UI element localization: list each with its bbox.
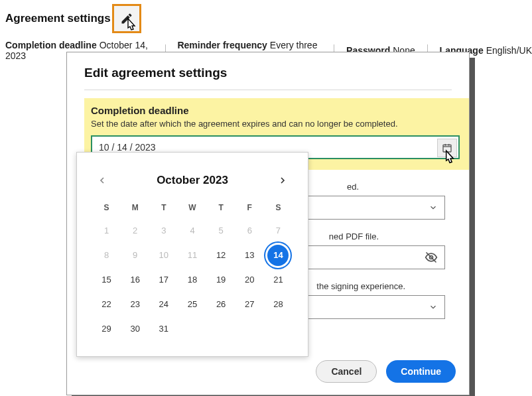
calendar-day[interactable]: 30 bbox=[121, 317, 149, 340]
prev-month-button[interactable] bbox=[93, 171, 111, 190]
calendar-dow: S bbox=[265, 199, 292, 219]
modal-title: Edit agreement settings bbox=[84, 66, 452, 80]
calendar-day[interactable]: 12 bbox=[208, 243, 235, 267]
calendar-day: 3 bbox=[150, 219, 177, 242]
calendar-dow: F bbox=[236, 199, 263, 219]
summary-language-value: English/UK bbox=[486, 45, 532, 56]
modal-button-row: Cancel Continue bbox=[316, 360, 456, 383]
eye-off-icon[interactable] bbox=[425, 251, 438, 264]
calendar-day[interactable]: 18 bbox=[178, 268, 206, 291]
pencil-icon bbox=[114, 6, 139, 31]
chevron-down-icon bbox=[429, 302, 438, 312]
calendar-day: 1 bbox=[93, 219, 120, 242]
calendar-day[interactable]: 27 bbox=[236, 293, 263, 316]
calendar-icon bbox=[442, 143, 452, 153]
cancel-button[interactable]: Cancel bbox=[316, 360, 377, 383]
calendar-day-selected[interactable]: 14 bbox=[267, 245, 289, 266]
summary-reminder-label: Reminder frequency bbox=[177, 40, 267, 50]
divider bbox=[84, 90, 452, 90]
calendar-day: 9 bbox=[121, 243, 149, 267]
page-title-row: Agreement settings bbox=[0, 0, 532, 37]
calendar-dow: T bbox=[208, 199, 235, 219]
calendar-day[interactable]: 24 bbox=[150, 293, 177, 316]
calendar-day: 4 bbox=[178, 219, 206, 242]
edit-agreement-modal: Edit agreement settings Completion deadl… bbox=[66, 52, 470, 395]
deadline-date-value: 10 / 14 / 2023 bbox=[99, 142, 156, 153]
svg-rect-0 bbox=[443, 145, 451, 152]
calendar-dow: W bbox=[178, 199, 206, 219]
calendar-dow: S bbox=[93, 199, 120, 219]
calendar-day[interactable]: 19 bbox=[208, 268, 235, 291]
chevron-down-icon bbox=[429, 203, 438, 212]
next-month-button[interactable] bbox=[273, 171, 292, 190]
calendar-day[interactable]: 23 bbox=[121, 293, 149, 316]
calendar-day: 2 bbox=[121, 219, 149, 242]
calendar-day: 11 bbox=[178, 243, 206, 267]
summary-completion-label: Completion deadline bbox=[5, 40, 97, 50]
calendar-day[interactable]: 31 bbox=[150, 317, 177, 340]
calendar-day: 7 bbox=[265, 219, 292, 242]
calendar-day[interactable]: 15 bbox=[93, 268, 120, 291]
calendar-day: 10 bbox=[150, 243, 177, 267]
calendar-day: 6 bbox=[236, 219, 263, 242]
edit-settings-button[interactable] bbox=[112, 4, 141, 33]
calendar-day: 8 bbox=[93, 243, 120, 267]
calendar-day[interactable]: 28 bbox=[265, 293, 292, 316]
calendar-day[interactable]: 29 bbox=[93, 317, 120, 340]
calendar-day[interactable]: 25 bbox=[178, 293, 206, 316]
deadline-title: Completion deadline bbox=[91, 105, 460, 116]
calendar-day[interactable]: 21 bbox=[265, 268, 292, 291]
calendar-dow: T bbox=[150, 199, 177, 219]
calendar-day[interactable]: 26 bbox=[208, 293, 235, 316]
date-picker-popup: October 2023 SMTWTFS 1234567891011121314… bbox=[76, 152, 308, 357]
calendar-month-label: October 2023 bbox=[157, 174, 228, 187]
calendar-day[interactable]: 13 bbox=[236, 243, 263, 267]
calendar-day[interactable]: 20 bbox=[236, 268, 263, 291]
deadline-desc: Set the date after which the agreement e… bbox=[91, 119, 460, 129]
calendar-day[interactable]: 17 bbox=[150, 268, 177, 291]
open-calendar-button[interactable] bbox=[437, 139, 457, 157]
calendar-day[interactable]: 16 bbox=[121, 268, 149, 291]
calendar-dow: M bbox=[121, 199, 149, 219]
calendar-day: 5 bbox=[208, 219, 235, 242]
page-title: Agreement settings bbox=[5, 12, 111, 25]
calendar-day[interactable]: 22 bbox=[93, 293, 120, 316]
continue-button[interactable]: Continue bbox=[386, 360, 456, 383]
